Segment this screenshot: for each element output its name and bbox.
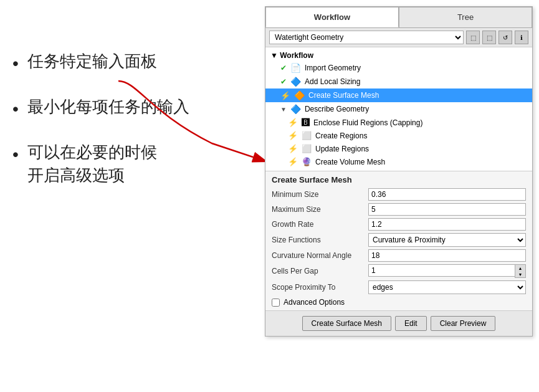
tree-label-volume-mesh: Create Volume Mesh (315, 158, 385, 166)
bullet-item-3: • 可以在必要的时候 开启高级选项 (12, 141, 249, 186)
create-surface-mesh-button[interactable]: Create Surface Mesh (302, 316, 391, 331)
bullet-dot-1: • (12, 51, 19, 75)
workflow-panel: Workflow Tree Watertight Geometry ⬚ ⬚ ↺ … (265, 6, 533, 337)
bullet-item-2: • 最小化每项任务的输入 (12, 95, 249, 121)
bullet-text-2: 最小化每项任务的输入 (27, 95, 189, 118)
label-size-functions: Size Functions (272, 236, 368, 244)
icon-btn-2[interactable]: ⬚ (482, 31, 496, 44)
icon-btn-3[interactable]: ↺ (498, 31, 512, 44)
workflow-tree: ▼ Workflow ✔ 📄 Import Geometry ✔ 🔷 Add L… (265, 47, 532, 171)
form-row-cells-per-gap: Cells Per Gap ▲ ▼ (272, 264, 526, 278)
geometry-dropdown-row: Watertight Geometry ⬚ ⬚ ↺ ℹ (265, 28, 532, 47)
form-title: Create Surface Mesh (272, 175, 526, 184)
lightning-icon-enclose: ⚡ (288, 118, 298, 127)
bullet-dot-3: • (12, 142, 19, 166)
lightning-icon-surface: ⚡ (280, 91, 290, 100)
tree-item-add-local-sizing[interactable]: ✔ 🔷 Add Local Sizing (265, 75, 532, 88)
tab-workflow[interactable]: Workflow (265, 7, 399, 27)
input-growth-rate[interactable] (368, 218, 526, 231)
form-row-min-size: Minimum Size (272, 188, 526, 201)
form-row-size-functions: Size Functions Curvature & Proximity (272, 233, 526, 247)
label-scope-proximity: Scope Proximity To (272, 283, 368, 292)
tri-icon-describe: ▼ (280, 106, 287, 113)
icon-btn-1[interactable]: ⬚ (466, 31, 480, 44)
input-min-size[interactable] (368, 188, 526, 201)
tree-label-sizing: Add Local Sizing (305, 77, 360, 86)
tree-item-create-regions[interactable]: ⚡ ⬜ Create Regions (265, 129, 532, 142)
bottom-buttons: Create Surface Mesh Edit Clear Preview (265, 310, 532, 336)
lightning-icon-volume: ⚡ (288, 157, 298, 166)
select-scope-proximity[interactable]: edges (368, 280, 526, 294)
tab-tree[interactable]: Tree (399, 7, 532, 27)
tree-section-workflow: ▼ Workflow (265, 50, 532, 61)
form-row-max-size: Maximum Size (272, 203, 526, 216)
check-icon-sizing: ✔ (280, 77, 287, 86)
check-icon-import: ✔ (280, 64, 287, 72)
spinbox-down[interactable]: ▼ (515, 271, 525, 277)
tree-label-surface-mesh: Create Surface Mesh (308, 91, 379, 100)
spinbox-cells-per-gap: ▲ ▼ (368, 264, 526, 278)
geometry-select[interactable]: Watertight Geometry (269, 31, 464, 44)
tree-label-describe: Describe Geometry (305, 105, 369, 113)
spinbox-input-cells[interactable] (368, 264, 515, 277)
section-label-text: ▼ Workflow (270, 51, 313, 60)
tree-label-create-regions: Create Regions (315, 131, 367, 140)
label-min-size: Minimum Size (272, 190, 368, 199)
lightning-icon-create-regions: ⚡ (288, 131, 298, 140)
tree-label-update-regions: Update Regions (315, 145, 369, 153)
label-curvature-angle: Curvature Normal Angle (272, 251, 368, 260)
icon-btn-4[interactable]: ℹ (515, 31, 528, 44)
tree-item-update-regions[interactable]: ⚡ ⬜ Update Regions (265, 142, 532, 155)
left-panel: • 任务特定输入面板 • 最小化每项任务的输入 • 可以在必要的时候 开启高级选… (12, 50, 249, 206)
label-cells-per-gap: Cells Per Gap (272, 267, 368, 275)
form-row-scope-proximity: Scope Proximity To edges (272, 280, 526, 294)
bullet-item-1: • 任务特定输入面板 (12, 50, 249, 75)
tree-item-enclose-fluid[interactable]: ⚡ 🅱 Enclose Fluid Regions (Capping) (265, 116, 532, 129)
input-curvature-angle[interactable] (368, 249, 526, 262)
tree-item-import-geometry[interactable]: ✔ 📄 Import Geometry (265, 61, 532, 75)
advanced-options-label: Advanced Options (284, 298, 345, 307)
tree-item-create-volume-mesh[interactable]: ⚡ 🔮 Create Volume Mesh (265, 155, 532, 168)
tree-item-describe-geometry[interactable]: ▼ 🔷 Describe Geometry (265, 102, 532, 116)
label-max-size: Maximum Size (272, 205, 368, 214)
clear-preview-button[interactable]: Clear Preview (431, 316, 496, 331)
advanced-options-checkbox[interactable] (272, 299, 280, 307)
tab-bar: Workflow Tree (265, 7, 532, 28)
select-size-functions[interactable]: Curvature & Proximity (368, 233, 526, 247)
spinbox-buttons: ▲ ▼ (515, 264, 526, 278)
form-row-curvature-angle: Curvature Normal Angle (272, 249, 526, 262)
tree-item-create-surface-mesh[interactable]: ⚡ 🔶 Create Surface Mesh (265, 88, 532, 102)
form-row-growth-rate: Growth Rate (272, 218, 526, 231)
label-growth-rate: Growth Rate (272, 220, 368, 229)
bullet-dot-2: • (12, 97, 19, 121)
tree-label-enclose: Enclose Fluid Regions (Capping) (313, 118, 422, 127)
spinbox-up[interactable]: ▲ (515, 265, 525, 271)
tree-label-import: Import Geometry (305, 64, 361, 72)
input-max-size[interactable] (368, 203, 526, 216)
advanced-options-row: Advanced Options (272, 298, 526, 307)
bullet-text-3: 可以在必要的时候 开启高级选项 (27, 141, 157, 186)
bullet-text-1: 任务特定输入面板 (27, 50, 157, 72)
lightning-icon-update-regions: ⚡ (288, 144, 298, 153)
form-panel: Create Surface Mesh Minimum Size Maximum… (265, 171, 532, 310)
edit-button[interactable]: Edit (395, 316, 427, 331)
